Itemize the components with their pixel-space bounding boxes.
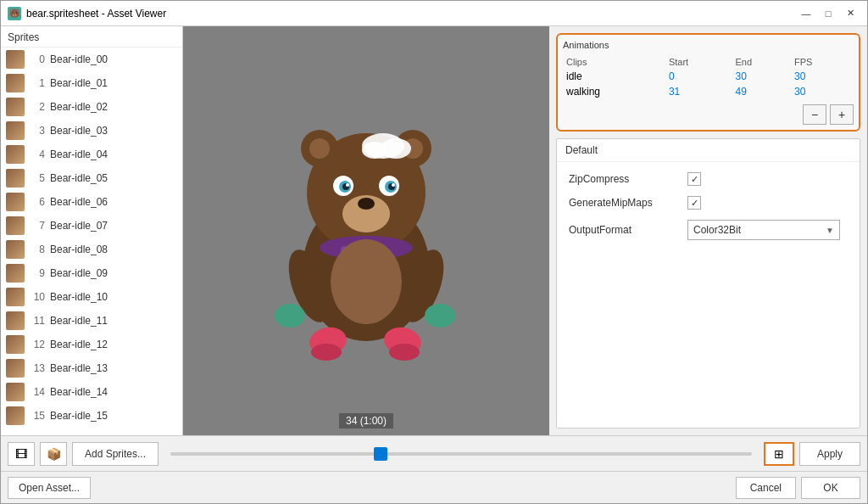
sprite-item[interactable]: 12 Bear-idle_12 — [1, 333, 182, 356]
frame-button[interactable]: ⊞ — [764, 442, 794, 466]
sprite-num: 4 — [30, 148, 45, 160]
sprite-num: 7 — [30, 220, 45, 232]
svg-point-14 — [346, 183, 349, 187]
default-header: Default — [557, 139, 860, 162]
sprite-item[interactable]: 15 Bear-idle_15 — [1, 404, 182, 428]
filmstrip-button[interactable]: 🎞 — [8, 442, 35, 466]
animation-row[interactable]: idle 0 30 30 — [563, 69, 854, 84]
clip-name: idle — [563, 69, 665, 84]
sprite-thumb — [6, 288, 25, 306]
sprite-item[interactable]: 11 Bear-idle_11 — [1, 309, 182, 333]
sprite-item[interactable]: 0 Bear-idle_00 — [1, 48, 182, 71]
sprite-num: 2 — [30, 101, 45, 113]
clip-start: 31 — [665, 84, 732, 99]
sprite-item[interactable]: 9 Bear-idle_09 — [1, 261, 182, 285]
clip-end: 30 — [732, 69, 791, 84]
sprite-name: Bear-idle_14 — [50, 386, 108, 398]
bottom-toolbar: 🎞 📦 Add Sprites... ⊞ Apply — [1, 435, 867, 471]
apply-button[interactable]: Apply — [799, 442, 860, 466]
default-body: ZipCompress GenerateMipMaps OutputFormat… — [557, 162, 860, 250]
window-title: bear.spritesheet - Asset Viewer — [26, 8, 166, 20]
animations-box: Animations Clips Start End FPS idle 0 30 — [556, 33, 860, 132]
sprite-name: Bear-idle_11 — [50, 315, 108, 327]
generate-mipmaps-row: GenerateMipMaps — [569, 196, 848, 210]
title-bar: 🐻 bear.spritesheet - Asset Viewer — □ ✕ — [1, 1, 867, 26]
title-bar-left: 🐻 bear.spritesheet - Asset Viewer — [8, 7, 166, 20]
animations-table: Clips Start End FPS idle 0 30 30 walking… — [563, 55, 854, 99]
sprite-item[interactable]: 14 Bear-idle_14 — [1, 380, 182, 404]
output-format-label: OutputFormat — [569, 224, 679, 236]
col-fps: FPS — [791, 55, 854, 69]
sprite-num: 13 — [30, 362, 45, 374]
sprite-name: Bear-idle_02 — [50, 101, 108, 113]
sprite-num: 11 — [30, 315, 45, 327]
sprite-name: Bear-idle_01 — [50, 77, 108, 89]
sprites-panel: Sprites 0 Bear-idle_00 1 Bear-idle_01 2 … — [1, 26, 183, 435]
clip-name: walking — [563, 84, 665, 99]
zip-compress-label: ZipCompress — [569, 173, 679, 185]
clip-fps: 30 — [791, 84, 854, 99]
sprites-list[interactable]: 0 Bear-idle_00 1 Bear-idle_01 2 Bear-idl… — [1, 48, 182, 435]
add-sprites-button[interactable]: Add Sprites... — [72, 442, 159, 466]
sprite-item[interactable]: 8 Bear-idle_08 — [1, 238, 182, 261]
sprite-item[interactable]: 4 Bear-idle_04 — [1, 143, 182, 166]
sprite-thumb — [6, 145, 25, 164]
sprite-num: 5 — [30, 172, 45, 184]
svg-point-15 — [392, 183, 395, 187]
sprites-header: Sprites — [1, 26, 182, 48]
output-format-select[interactable]: Color32Bit ▼ — [687, 220, 840, 240]
sprite-item[interactable]: 3 Bear-idle_03 — [1, 119, 182, 143]
sprite-thumb — [6, 169, 25, 188]
output-format-row: OutputFormat Color32Bit ▼ — [569, 220, 848, 240]
zip-compress-checkbox[interactable] — [687, 172, 701, 186]
sprite-item[interactable]: 2 Bear-idle_02 — [1, 95, 182, 119]
sprite-thumb — [6, 406, 25, 425]
sprite-num: 15 — [30, 410, 45, 422]
svg-point-26 — [425, 304, 455, 328]
package-button[interactable]: 📦 — [40, 442, 67, 466]
sprite-name: Bear-idle_06 — [50, 196, 108, 208]
sprite-num: 8 — [30, 244, 45, 255]
main-window: 🐻 bear.spritesheet - Asset Viewer — □ ✕ … — [0, 0, 868, 504]
remove-animation-button[interactable]: − — [803, 104, 826, 125]
sprite-item[interactable]: 13 Bear-idle_13 — [1, 356, 182, 380]
clip-end: 49 — [732, 84, 791, 99]
generate-mipmaps-checkbox[interactable] — [687, 196, 701, 210]
frame-label: 34 (1:00) — [339, 413, 393, 428]
sprite-name: Bear-idle_13 — [50, 362, 108, 374]
footer-bar: Open Asset... Cancel OK — [1, 471, 867, 503]
sprite-thumb — [6, 74, 25, 92]
sprite-item[interactable]: 10 Bear-idle_10 — [1, 285, 182, 309]
sprite-name: Bear-idle_09 — [50, 267, 108, 279]
anim-controls: − + — [563, 104, 854, 125]
sprite-name: Bear-idle_07 — [50, 220, 108, 232]
sprite-thumb — [6, 264, 25, 283]
footer-right: Cancel OK — [736, 477, 860, 499]
maximize-button[interactable]: □ — [818, 5, 838, 22]
svg-point-7 — [358, 198, 375, 210]
sprite-thumb — [6, 216, 25, 235]
timeline-thumb[interactable] — [374, 447, 387, 461]
sprite-num: 9 — [30, 267, 45, 279]
sprite-name: Bear-idle_08 — [50, 244, 108, 255]
sprite-item[interactable]: 6 Bear-idle_06 — [1, 190, 182, 214]
sprite-thumb — [6, 193, 25, 211]
svg-point-29 — [362, 142, 387, 159]
sprite-item[interactable]: 7 Bear-idle_07 — [1, 214, 182, 238]
main-content: Sprites 0 Bear-idle_00 1 Bear-idle_01 2 … — [1, 26, 867, 435]
ok-button[interactable]: OK — [801, 477, 860, 499]
sprite-num: 3 — [30, 125, 45, 137]
minimize-button[interactable]: — — [796, 5, 816, 22]
cancel-button[interactable]: Cancel — [736, 477, 796, 499]
svg-point-3 — [309, 138, 330, 159]
sprite-item[interactable]: 1 Bear-idle_01 — [1, 71, 182, 95]
sprite-thumb — [6, 335, 25, 354]
sprite-num: 6 — [30, 196, 45, 208]
sprite-thumb — [6, 383, 25, 401]
timeline-track — [170, 452, 752, 456]
add-animation-button[interactable]: + — [830, 104, 854, 125]
animation-row[interactable]: walking 31 49 30 — [563, 84, 854, 99]
sprite-item[interactable]: 5 Bear-idle_05 — [1, 166, 182, 190]
close-button[interactable]: ✕ — [840, 5, 860, 22]
open-asset-button[interactable]: Open Asset... — [8, 477, 91, 499]
